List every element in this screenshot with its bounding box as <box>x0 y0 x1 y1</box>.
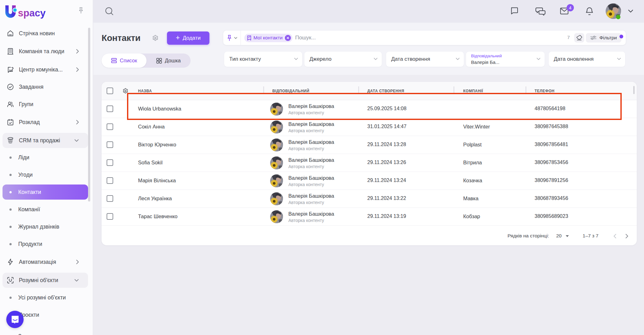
svg-text:spacy: spacy <box>18 8 46 19</box>
